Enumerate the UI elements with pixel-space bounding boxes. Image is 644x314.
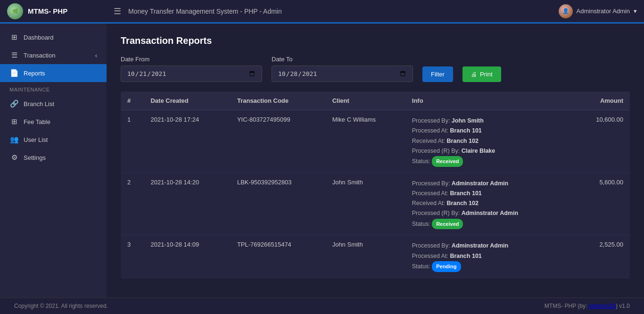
cell-client: Mike C Williams — [326, 110, 405, 173]
table-row: 12021-10-28 17:24YIC-803727495099Mike C … — [121, 110, 630, 173]
col-header-num: # — [121, 91, 144, 110]
info-received-at: Received At: Branch 102 — [412, 198, 567, 208]
cell-code: LBK-950392952803 — [231, 173, 326, 235]
info-processed-by: Processed By: Adminstrator Admin — [412, 241, 567, 251]
col-header-code: Transaction Code — [231, 91, 326, 110]
branch-list-icon: 🔗 — [9, 99, 19, 108]
cell-code: TPL-769266515474 — [231, 235, 326, 278]
info-processed-at: Processed At: Branch 101 — [412, 189, 567, 198]
sidebar-label-branch-list: Branch List — [24, 100, 54, 107]
filter-date-to-group: Date To — [272, 56, 413, 82]
fee-table-icon: ⊞ — [9, 117, 19, 126]
print-button[interactable]: 🖨 Print — [462, 66, 501, 82]
date-from-label: Date From — [121, 56, 262, 63]
cell-num: 2 — [121, 173, 144, 235]
sidebar-label-settings: Settings — [24, 154, 46, 161]
date-from-input[interactable] — [121, 66, 262, 82]
cell-date: 2021-10-28 17:24 — [144, 110, 230, 173]
table-header-row: # Date Created Transaction Code Client I… — [121, 91, 630, 110]
cell-client: John Smith — [326, 173, 405, 235]
maintenance-section-label: Maintenance — [0, 82, 107, 95]
settings-icon: ⚙ — [9, 153, 19, 162]
sidebar-label-dashboard: Dashboard — [24, 34, 54, 41]
cell-info: Processed By: Adminstrator AdminProcesse… — [405, 173, 573, 235]
cell-date: 2021-10-28 14:09 — [144, 235, 230, 278]
status-badge: Pending — [432, 261, 461, 272]
main-content: Transaction Reports Date From Date To Fi… — [107, 24, 644, 297]
col-header-client: Client — [326, 91, 405, 110]
page-title: Transaction Reports — [121, 35, 630, 46]
sidebar-label-fee-table: Fee Table — [24, 118, 50, 125]
cell-amount: 2,525.00 — [573, 235, 630, 278]
user-menu[interactable]: 👤 Adminstrator Admin ▾ — [559, 4, 637, 18]
transaction-left: ☰ Transaction — [9, 51, 55, 59]
footer-author-link[interactable]: oretnom23 — [589, 303, 616, 309]
filter-button[interactable]: Filter — [422, 66, 453, 82]
navbar: 🌿 MTMS- PHP ☰ Money Transfer Management … — [0, 0, 644, 24]
table-row: 32021-10-28 14:09TPL-769266515474John Sm… — [121, 235, 630, 278]
sidebar-item-settings[interactable]: ⚙ Settings — [0, 149, 107, 166]
user-dropdown-icon: ▾ — [634, 8, 637, 15]
filter-date-from-group: Date From — [121, 56, 262, 82]
cell-info: Processed By: Adminstrator AdminProcesse… — [405, 235, 573, 278]
info-processed-at: Processed At: Branch 101 — [412, 251, 567, 261]
col-header-info: Info — [405, 91, 573, 110]
table-row: 22021-10-28 14:20LBK-950392952803John Sm… — [121, 173, 630, 235]
cell-amount: 10,600.00 — [573, 110, 630, 173]
cell-code: YIC-803727495099 — [231, 110, 326, 173]
cell-date: 2021-10-28 14:20 — [144, 173, 230, 235]
col-header-date: Date Created — [144, 91, 230, 110]
navbar-title: Money Transfer Management System - PHP -… — [128, 8, 559, 15]
sidebar-label-user-list: User List — [24, 136, 48, 143]
info-status: Status: Received — [412, 219, 567, 230]
avatar: 👤 — [559, 4, 573, 18]
date-to-label: Date To — [272, 56, 413, 63]
sidebar-item-dashboard[interactable]: ⊞ Dashboard — [0, 28, 107, 46]
sidebar-item-user-list[interactable]: 👥 User List — [0, 131, 107, 149]
sidebar-label-reports: Reports — [24, 70, 45, 77]
sidebar-item-branch-list[interactable]: 🔗 Branch List — [0, 95, 107, 113]
cell-client: John Smith — [326, 235, 405, 278]
col-header-amount: Amount — [573, 91, 630, 110]
sidebar-item-reports[interactable]: 📄 Reports — [0, 64, 107, 82]
cell-info: Processed By: John SmithProcessed At: Br… — [405, 110, 573, 173]
transaction-arrow-icon: ‹ — [95, 52, 97, 59]
footer-copyright: Copyright © 2021. All rights reserved. — [14, 303, 108, 309]
info-status: Status: Received — [412, 156, 567, 167]
cell-amount: 5,600.00 — [573, 173, 630, 235]
cell-num: 3 — [121, 235, 144, 278]
sidebar-toggle-icon[interactable]: ☰ — [114, 6, 121, 17]
brand-logo: 🌿 — [7, 3, 23, 19]
sidebar-label-transaction: Transaction — [24, 52, 55, 59]
brand: 🌿 MTMS- PHP — [7, 3, 114, 19]
info-processed-r-by: Processed (R) By: Adminstrator Admin — [412, 208, 567, 218]
footer: Copyright © 2021. All rights reserved. M… — [0, 297, 644, 314]
user-name: Adminstrator Admin — [577, 8, 630, 15]
info-processed-r-by: Processed (R) By: Claire Blake — [412, 146, 567, 156]
status-badge: Received — [432, 156, 463, 167]
sidebar-item-fee-table[interactable]: ⊞ Fee Table — [0, 113, 107, 131]
date-to-input[interactable] — [272, 66, 413, 82]
print-label: Print — [480, 71, 493, 78]
info-status: Status: Pending — [412, 261, 567, 272]
info-processed-by: Processed By: John Smith — [412, 116, 567, 126]
dashboard-icon: ⊞ — [9, 33, 19, 41]
report-table: # Date Created Transaction Code Client I… — [121, 91, 630, 278]
print-icon: 🖨 — [471, 71, 477, 78]
reports-icon: 📄 — [9, 69, 19, 77]
main-layout: ⊞ Dashboard ☰ Transaction ‹ 📄 Reports Ma… — [0, 24, 644, 297]
brand-name: MTMS- PHP — [28, 7, 67, 15]
info-processed-by: Processed By: Adminstrator Admin — [412, 179, 567, 189]
cell-num: 1 — [121, 110, 144, 173]
sidebar-item-transaction[interactable]: ☰ Transaction ‹ — [0, 46, 107, 64]
status-badge: Received — [432, 219, 463, 230]
user-list-icon: 👥 — [9, 135, 19, 144]
info-processed-at: Processed At: Branch 101 — [412, 126, 567, 136]
filter-row: Date From Date To Filter 🖨 Print — [121, 56, 630, 82]
footer-brand: MTMS- PHP (by: oretnom23) v1.0 — [545, 303, 630, 309]
info-received-at: Received At: Branch 102 — [412, 136, 567, 146]
sidebar: ⊞ Dashboard ☰ Transaction ‹ 📄 Reports Ma… — [0, 24, 107, 297]
transaction-icon: ☰ — [9, 51, 19, 59]
